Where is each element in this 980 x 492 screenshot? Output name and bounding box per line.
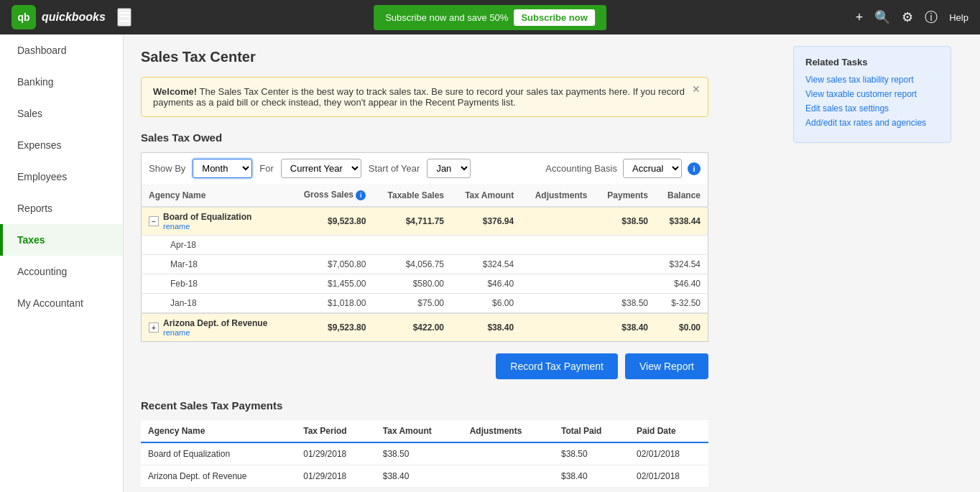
recent-paid-date: 02/01/2018 [629,465,708,488]
month-period: Jan-18 [142,294,289,314]
month-period: Feb-18 [142,274,289,294]
add-icon[interactable]: + [856,10,864,25]
logo-area: qb quickbooks [11,5,106,29]
quickbooks-logo-icon: qb [11,5,36,29]
recent-col-agency: Agency Name [141,420,296,442]
help-label[interactable]: Help [949,12,969,23]
gross-sales-info-icon[interactable]: i [356,190,366,200]
col-agency-name: Agency Name [142,184,289,207]
for-label: For [259,163,274,174]
sidebar-item-expenses[interactable]: Expenses [0,129,123,161]
agency-gross-sales: $9,523.80 [289,313,374,342]
recent-col-tax-period: Tax Period [296,420,376,442]
show-by-select[interactable]: Month Quarter Year [193,159,252,178]
search-icon[interactable]: 🔍 [874,9,890,25]
top-navigation: qb quickbooks ☰ Subscribe now and save 5… [0,0,980,34]
start-of-year-label: Start of Year [369,163,420,174]
sidebar-item-dashboard[interactable]: Dashboard [0,34,123,66]
related-task-link-3[interactable]: Edit sales tax settings [805,103,939,113]
month-balance [655,236,708,255]
page-title: Sales Tax Center [141,49,762,65]
sidebar-item-taxes[interactable]: Taxes [0,224,123,256]
related-task-link-2[interactable]: View taxable customer report [805,89,939,99]
month-gross-sales: $1,018.00 [289,294,374,314]
rename-link[interactable]: rename [163,222,251,231]
related-tasks-title: Related Tasks [805,57,939,68]
expand-button[interactable]: + [149,322,159,333]
for-select[interactable]: Current Year Last Year [281,159,361,178]
sidebar-item-sales[interactable]: Sales [0,98,123,129]
agency-gross-sales: $9,523.80 [289,207,374,236]
recent-tax-period: 01/29/2018 [296,442,376,465]
agency-tax-amount: $376.94 [451,207,521,236]
month-period: Mar-18 [142,255,289,274]
month-adjustments [521,236,594,255]
agency-adjustments [521,313,594,342]
month-payments [594,274,655,294]
start-of-year-select[interactable]: Jan Feb Mar [427,159,471,178]
table-row: Jan-18 $1,018.00 $75.00 $6.00 $38.50 $-3… [142,294,708,314]
col-taxable-sales: Taxable Sales [373,184,451,207]
welcome-bold: Welcome! [153,86,197,97]
table-row: Arizona Dept. of Revenue 01/29/2018 $38.… [141,465,708,488]
accounting-basis-select[interactable]: Accrual Cash [623,159,682,178]
recent-total-paid: $38.40 [554,465,629,488]
logo-text: quickbooks [42,11,106,24]
tax-owed-table: Agency Name Gross Sales i Taxable Sales … [141,184,708,342]
month-adjustments [521,294,594,314]
month-payments [594,236,655,255]
promo-banner: Subscribe now and save 50% Subscribe now [374,5,606,30]
right-panel: Related Tasks View sales tax liability r… [779,34,980,492]
recent-payments-title: Recent Sales Tax Payments [141,399,708,412]
welcome-text: The Sales Tax Center is the best way to … [153,86,685,108]
table-row: − Board of Equalization rename $9,523.80… [142,207,708,236]
recent-tax-period: 01/29/2018 [296,465,376,488]
month-adjustments [521,255,594,274]
table-row: Feb-18 $1,455.00 $580.00 $46.40 $46.40 [142,274,708,294]
view-report-button[interactable]: View Report [625,353,708,379]
related-task-link-1[interactable]: View sales tax liability report [805,75,939,85]
collapse-button[interactable]: − [149,216,159,226]
tax-action-buttons: Record Tax Payment View Report [141,353,708,379]
sidebar-item-employees[interactable]: Employees [0,161,123,192]
agency-payments: $38.50 [594,207,655,236]
month-balance: $-32.50 [655,294,708,314]
agency-adjustments [521,207,594,236]
sidebar-item-banking[interactable]: Banking [0,66,123,98]
sidebar-item-reports[interactable]: Reports [0,192,123,224]
info-icon[interactable]: i [688,162,701,175]
record-tax-payment-button[interactable]: Record Tax Payment [496,353,618,379]
show-by-label: Show By [149,163,185,174]
month-tax-amount [451,236,521,255]
month-tax-amount: $324.54 [451,255,521,274]
recent-total-paid: $38.50 [554,442,629,465]
sidebar: Dashboard Banking Sales Expenses Employe… [0,34,124,492]
col-adjustments: Adjustments [521,184,594,207]
month-taxable-sales: $580.00 [373,274,451,294]
agency-name-cell: + Arizona Dept. of Revenue rename [142,313,289,342]
related-tasks-box: Related Tasks View sales tax liability r… [793,46,951,143]
month-gross-sales: $7,050.80 [289,255,374,274]
month-payments [594,255,655,274]
settings-icon[interactable]: ⚙ [902,9,913,25]
month-tax-amount: $6.00 [451,294,521,314]
related-task-link-4[interactable]: Add/edit tax rates and agencies [805,118,939,128]
help-icon[interactable]: ⓘ [925,9,938,26]
hamburger-button[interactable]: ☰ [117,8,131,27]
recent-col-total-paid: Total Paid [554,420,629,442]
sidebar-item-accounting[interactable]: Accounting [0,256,123,287]
rename-link[interactable]: rename [163,328,267,337]
month-gross-sales [289,236,374,255]
nav-actions: + 🔍 ⚙ ⓘ Help [856,9,969,26]
sidebar-item-my-accountant[interactable]: My Accountant [0,287,123,319]
col-gross-sales: Gross Sales i [289,184,374,207]
agency-taxable-sales: $422.00 [373,313,451,342]
recent-paid-date: 02/01/2018 [629,442,708,465]
agency-name-cell: − Board of Equalization rename [142,207,289,236]
filter-bar: Show By Month Quarter Year For Current Y… [141,152,708,184]
close-banner-button[interactable]: ✕ [692,83,701,95]
agency-balance: $338.44 [655,207,708,236]
promo-subscribe-button[interactable]: Subscribe now [514,9,594,26]
month-taxable-sales [373,236,451,255]
accounting-basis-label: Accounting Basis [545,163,617,174]
